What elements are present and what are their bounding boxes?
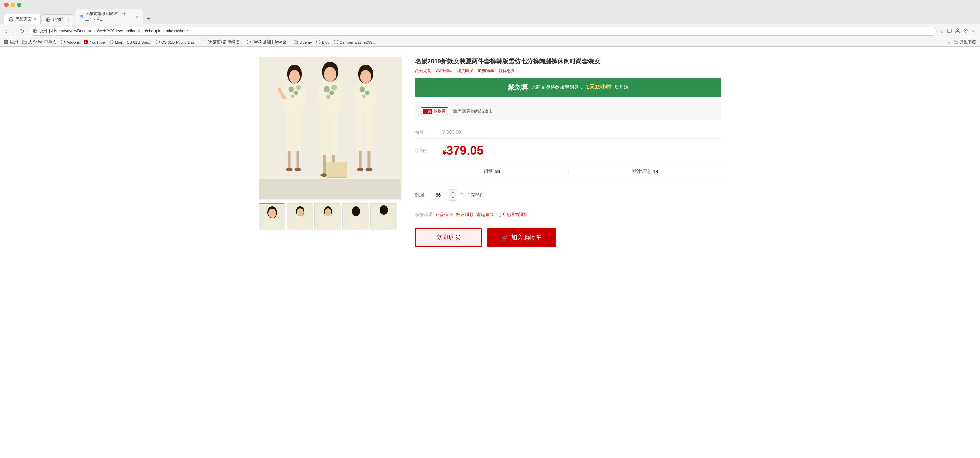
tab-cart[interactable]: 购物车 ✕	[41, 14, 74, 24]
cart-icon: 🛒	[501, 234, 508, 241]
bookmark-youtube-label: YouTube	[89, 40, 105, 44]
svg-point-48	[326, 95, 331, 99]
svg-point-41	[295, 168, 301, 171]
globe-bm5-icon	[316, 40, 321, 44]
svg-point-33	[294, 91, 298, 95]
bookmark-star-button[interactable]: ☆	[940, 29, 944, 34]
svg-point-57	[324, 67, 336, 82]
svg-rect-38	[288, 151, 291, 169]
quantity-steppers: ▲ ▼	[449, 189, 457, 201]
bookmark-others[interactable]: 其他书签	[954, 40, 976, 45]
thumbnail-5[interactable]	[370, 203, 396, 229]
taskcards-icon	[79, 14, 83, 19]
product-images	[259, 57, 401, 247]
bookmark-addons[interactable]: Addons	[60, 40, 80, 44]
tab-tianmao-close[interactable]: ✕	[136, 15, 138, 19]
bookmark-safari-import[interactable]: 从 Safari 中导入	[22, 40, 56, 45]
juhuasuan-title: 聚划算	[508, 83, 528, 92]
tab-tianmao[interactable]: 天猫前端系列教材（十二）- 首... ✕	[75, 8, 143, 24]
quantity-row: 数量 ▲ ▼ 件 库存66件	[415, 186, 721, 204]
bookmark-java[interactable]: JAVA 基础 | Java全...	[247, 40, 290, 45]
svg-rect-19	[6, 42, 8, 44]
globe-icon	[8, 17, 13, 22]
bookmark-udemy[interactable]: Udemy	[294, 40, 312, 44]
page-content: 名媛2019新款女装夏两件套裤韩版雪纺七分裤阔腿裤休闲时尚套装女 高端定制 高档…	[0, 47, 980, 458]
tag-4[interactable]: 加购物车	[478, 68, 494, 73]
bookmark-youtube[interactable]: YouTube	[84, 40, 105, 44]
new-tab-button[interactable]: +	[143, 13, 154, 24]
thumbnail-2[interactable]	[286, 203, 312, 229]
quantity-increment[interactable]: ▲	[449, 189, 457, 195]
juhuasuan-desc: 此商品即将参加聚划算，	[531, 84, 584, 91]
tag-2[interactable]: 高档棉麻	[436, 68, 452, 73]
product-tags: 高端定制 高档棉麻 现货即发 加购物车 领优惠券	[415, 68, 721, 74]
tab-product-label: 产品页面	[15, 16, 32, 22]
product-title: 名媛2019新款女装夏两件套裤韩版雪纺七分裤阔腿裤休闲时尚套装女	[415, 57, 721, 66]
minimize-traffic-light[interactable]	[11, 3, 15, 7]
folder-icon	[22, 40, 27, 44]
thumbnail-1[interactable]	[259, 203, 285, 229]
tab-tianmao-label: 天猫前端系列教材（十二）- 首...	[86, 11, 134, 22]
bookmark-blog[interactable]: Blog	[316, 40, 330, 44]
svg-point-20	[61, 40, 65, 44]
user-icon-button[interactable]	[955, 28, 960, 34]
promo-amount: 379.05	[446, 143, 484, 157]
service-refund[interactable]: 极速退款	[456, 212, 474, 218]
forward-button[interactable]: ›	[11, 27, 16, 35]
service-return[interactable]: 七天无理由退换	[497, 212, 528, 218]
tag-1[interactable]: 高端定制	[415, 68, 431, 73]
service-authentic[interactable]: 正品保证	[436, 212, 453, 218]
svg-point-35	[296, 86, 301, 90]
bookmark-cs61b-dash[interactable]: CS 61B Public Das...	[156, 40, 198, 44]
quantity-label: 数量	[415, 192, 429, 198]
thumbnail-4[interactable]	[342, 203, 368, 229]
more-button[interactable]: ⋮	[971, 29, 976, 34]
quantity-input[interactable]	[432, 189, 449, 200]
folder-bm-icon	[294, 40, 298, 44]
svg-point-75	[269, 208, 276, 218]
product-image-svg	[259, 57, 401, 200]
tab-product[interactable]: 产品页面 ✕	[4, 14, 41, 24]
bookmark-camper[interactable]: Camper wayne299'...	[334, 40, 376, 44]
back-button[interactable]: ‹	[4, 27, 8, 35]
browser-chrome: 产品页面 ✕ 购物车 ✕ 天猫前端系列教材（十二）- 首... ✕ + ‹ › …	[0, 0, 980, 47]
tag-5[interactable]: 领优惠券	[498, 68, 515, 73]
refresh-button[interactable]: ↻	[19, 27, 26, 35]
svg-rect-30	[259, 179, 401, 199]
reviews-value: 19	[653, 169, 658, 174]
bookmark-safari-label: 从 Safari 中导入	[28, 40, 56, 45]
bookmark-more-chevron[interactable]: »	[948, 40, 950, 44]
bookmark-cs61b-main[interactable]: Main | CS 61B Spri...	[109, 40, 151, 44]
buy-now-button[interactable]: 立即购买	[415, 228, 482, 247]
bookmark-tianmao-fe[interactable]: [天猫前端] 单纯使...	[202, 40, 243, 45]
svg-point-83	[325, 208, 331, 216]
globe-bm6-icon	[334, 40, 338, 44]
globe-bm3-icon	[156, 40, 160, 44]
svg-rect-63	[366, 111, 372, 152]
bookmark-apps[interactable]: 应用	[4, 40, 18, 45]
close-traffic-light[interactable]	[4, 3, 8, 7]
svg-rect-16	[4, 40, 6, 41]
bookmark-addons-label: Addons	[66, 40, 80, 44]
svg-point-40	[286, 168, 293, 171]
tmall-label: 天猫	[423, 108, 432, 114]
svg-rect-51	[331, 112, 338, 156]
thumbnail-3[interactable]	[314, 203, 340, 229]
url-bar[interactable]: 文件 | /Users/wayne/Documents/web%20develo…	[29, 27, 937, 36]
promo-currency: ¥	[442, 149, 446, 156]
tab-product-close[interactable]: ✕	[34, 17, 37, 21]
service-shipping[interactable]: 赠运费险	[476, 212, 494, 218]
juhuasuan-suffix: 后开始	[614, 84, 628, 91]
tab-cart-close[interactable]: ✕	[67, 18, 70, 21]
tag-3[interactable]: 现货即发	[457, 68, 473, 73]
bookmark-cs61b-dash-label: CS 61B Public Das...	[161, 40, 198, 44]
quantity-decrement[interactable]: ▼	[449, 195, 457, 200]
svg-rect-65	[368, 151, 370, 169]
bookmark-camper-label: Camper wayne299'...	[340, 40, 376, 44]
bookmark-apps-label: 应用	[10, 40, 18, 45]
svg-point-46	[324, 86, 330, 92]
fullscreen-traffic-light[interactable]	[17, 3, 21, 7]
extension-button[interactable]	[963, 28, 969, 34]
add-to-cart-button[interactable]: 🛒 加入购物车	[487, 228, 556, 247]
reader-button[interactable]	[947, 28, 952, 34]
